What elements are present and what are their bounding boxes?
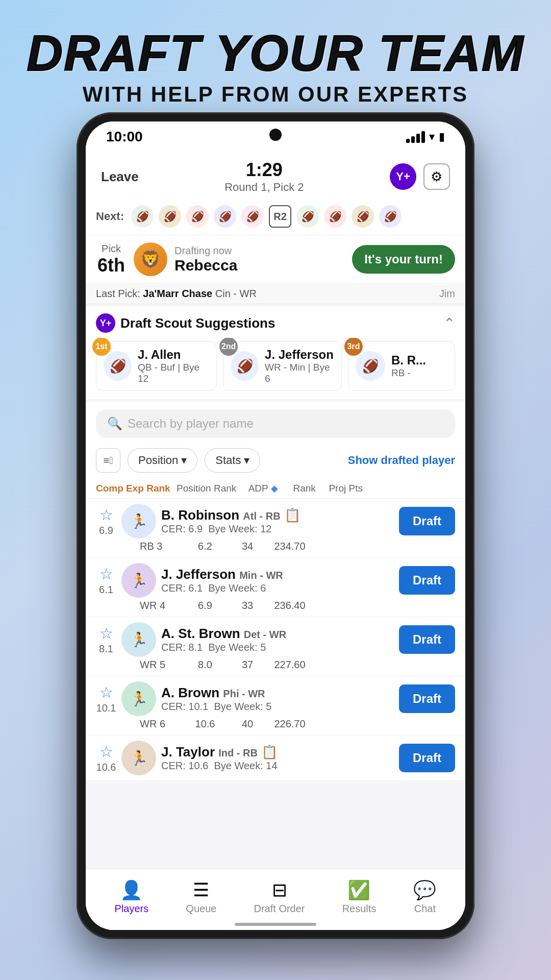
- scout-header: Y+ Draft Scout Suggestions ⌃: [86, 306, 465, 338]
- page-subtitle: WITH HELP FROM OUR EXPERTS: [0, 82, 551, 107]
- player-row: ☆ 10.6 🏃 J. Taylor Ind - RB 📋 CER: 10.6 …: [86, 736, 465, 781]
- helmet-7: 🏈: [324, 205, 346, 228]
- settings-button[interactable]: ⚙: [423, 163, 450, 190]
- phone-frame: 10:00 ▾ ▮ Leave 1:29 Round 1, Pic: [77, 112, 474, 939]
- star-button-5[interactable]: ☆: [97, 743, 115, 761]
- draft-button-4[interactable]: Draft: [399, 684, 455, 713]
- player-name-4: A. Brown Phi - WR: [161, 685, 394, 701]
- player-main-info-2: J. Jefferson Min - WR CER: 6.1 Bye Week:…: [161, 567, 394, 594]
- pos-rank-3: WR 5: [140, 659, 181, 671]
- star-button-1[interactable]: ☆: [97, 506, 115, 524]
- pos-rank-2: WR 4: [140, 600, 181, 611]
- player-row-top-4: ☆ 10.1 🏃 A. Brown Phi - WR CER: 10.1 Bye…: [96, 681, 455, 716]
- helmet-8: 🏈: [352, 205, 374, 228]
- player-row-bottom-3: WR 5 8.0 37 227.60: [96, 657, 455, 671]
- rank-val-4: 40: [230, 718, 265, 730]
- helmet-1: 🏈: [131, 205, 154, 228]
- your-turn-button[interactable]: It's your turn!: [352, 245, 455, 274]
- show-drafted-button[interactable]: Show drafted player: [348, 454, 455, 467]
- scout-player-info-1: J. Allen QB - Buf | Bye 12: [138, 348, 209, 384]
- nav-item-queue[interactable]: ☰ Queue: [186, 879, 216, 915]
- last-pick-text: Last Pick: Ja'Marr Chase Cin - WR: [96, 288, 257, 300]
- player-avatar-1: 🏃: [121, 504, 156, 538]
- helmet-3: 🏈: [186, 205, 209, 228]
- adp-val-3: 8.0: [185, 659, 226, 671]
- chat-nav-label: Chat: [414, 903, 436, 915]
- drafter-info: Drafting now Rebecca: [174, 245, 345, 274]
- top-bar: Leave 1:29 Round 1, Pick 2 Y+ ⚙: [86, 152, 465, 200]
- nav-item-chat[interactable]: 💬 Chat: [413, 879, 436, 915]
- status-icons: ▾ ▮: [406, 130, 445, 143]
- leave-button[interactable]: Leave: [101, 169, 139, 185]
- th-comp-exp-rank: Comp Exp Rank: [96, 483, 170, 494]
- star-button-3[interactable]: ☆: [97, 624, 115, 642]
- queue-nav-icon: ☰: [193, 879, 209, 901]
- player-row: ☆ 10.1 🏃 A. Brown Phi - WR CER: 10.1 Bye…: [86, 676, 465, 736]
- filter-row: ≡⃝ Position ▾ Stats ▾ Show drafted playe…: [86, 443, 465, 479]
- next-label: Next:: [96, 210, 124, 223]
- player-main-info-5: J. Taylor Ind - RB 📋 CER: 10.6 Bye Week:…: [161, 744, 394, 772]
- results-nav-icon: ✅: [347, 879, 370, 901]
- player-row-bottom-1: RB 3 6.2 34 234.70: [96, 538, 455, 552]
- proj-val-3: 227.60: [269, 659, 310, 671]
- battery-icon: ▮: [439, 130, 445, 143]
- player-name-1: B. Robinson Atl - RB 📋: [161, 507, 394, 523]
- scout-card-1[interactable]: 1st 🏈 J. Allen QB - Buf | Bye 12: [96, 341, 217, 391]
- pick-number: Pick 6th: [96, 243, 127, 276]
- search-bar[interactable]: 🔍 Search by player name: [96, 409, 455, 438]
- nav-item-players[interactable]: 👤 Players: [115, 879, 149, 915]
- queue-nav-label: Queue: [186, 903, 216, 915]
- table-header: Comp Exp Rank Position Rank ADP ◆ Rank P…: [86, 479, 465, 499]
- player-cer-4: CER: 10.1 Bye Week: 5: [161, 701, 394, 713]
- filter-icon-button[interactable]: ≡⃝: [96, 448, 120, 473]
- search-section: 🔍 Search by player name: [86, 402, 465, 443]
- scout-rank-1: 1st: [92, 338, 111, 356]
- nav-item-results[interactable]: ✅ Results: [342, 879, 377, 915]
- scout-avatar-2: 🏈: [231, 351, 259, 381]
- results-nav-label: Results: [342, 903, 377, 915]
- player-row-top-2: ☆ 6.1 🏃 J. Jefferson Min - WR CER: 6.1 B…: [96, 563, 455, 598]
- draft-button-3[interactable]: Draft: [399, 625, 455, 654]
- scout-player-detail-3: RB -: [391, 368, 426, 379]
- proj-val-4: 226.70: [269, 718, 310, 730]
- top-icons: Y+ ⚙: [390, 163, 450, 190]
- status-time: 10:00: [106, 129, 143, 145]
- bottom-nav: 👤 Players ☰ Queue ⊟ Draft Order ✅ Result…: [86, 869, 465, 930]
- position-filter-button[interactable]: Position ▾: [128, 448, 197, 473]
- stats-filter-button[interactable]: Stats ▾: [205, 448, 260, 473]
- status-bar: 10:00 ▾ ▮: [86, 121, 465, 152]
- cer-score-5: 10.6: [96, 762, 116, 773]
- scout-section: Y+ Draft Scout Suggestions ⌃ 1st 🏈 J. Al…: [86, 306, 465, 399]
- star-button-2[interactable]: ☆: [97, 565, 115, 583]
- draft-button-2[interactable]: Draft: [399, 566, 455, 595]
- last-pick-picker: Jim: [439, 288, 455, 300]
- pick-num: 6th: [96, 255, 127, 276]
- queue-row: Next: 🏈 🏈 🏈 🏈 🏈 R2 🏈 🏈 🏈 🏈: [96, 205, 455, 228]
- player-main-info-3: A. St. Brown Det - WR CER: 8.1 Bye Week:…: [161, 626, 394, 653]
- scout-rank-3: 3rd: [344, 338, 363, 356]
- helmet-5: 🏈: [241, 205, 264, 228]
- scout-card-3[interactable]: 3rd 🏈 B. R... RB -: [348, 341, 455, 391]
- draft-button-5[interactable]: Draft: [399, 744, 455, 772]
- signal-bars-icon: [406, 131, 425, 143]
- proj-val-1: 234.70: [269, 541, 310, 552]
- player-avatar-4: 🏃: [121, 681, 156, 716]
- adp-val-2: 6.9: [185, 600, 226, 611]
- drafting-now-label: Drafting now: [174, 245, 345, 257]
- draft-button-1[interactable]: Draft: [399, 507, 455, 535]
- drafter-name: Rebecca: [174, 257, 345, 274]
- nav-item-draft-order[interactable]: ⊟ Draft Order: [254, 879, 305, 915]
- cer-score-4: 10.1: [96, 702, 116, 714]
- scout-collapse-button[interactable]: ⌃: [443, 315, 455, 332]
- player-row-bottom-2: WR 4 6.9 33 236.40: [96, 598, 455, 611]
- yahoo-plus-button[interactable]: Y+: [390, 163, 416, 190]
- player-name-3: A. St. Brown Det - WR: [161, 626, 394, 642]
- proj-val-2: 236.40: [269, 600, 310, 611]
- app-content: Leave 1:29 Round 1, Pick 2 Y+ ⚙ Next: 🏈 …: [86, 152, 465, 930]
- scout-player-detail-2: WR - Min | Bye 6: [265, 362, 334, 384]
- scout-card-2[interactable]: 2nd 🏈 J. Jefferson WR - Min | Bye 6: [223, 341, 342, 391]
- th-proj-pts: Proj Pts: [325, 483, 366, 494]
- star-button-4[interactable]: ☆: [97, 683, 115, 701]
- scout-player-name-3: B. R...: [391, 353, 426, 368]
- player-main-info-1: B. Robinson Atl - RB 📋 CER: 6.9 Bye Week…: [161, 507, 394, 535]
